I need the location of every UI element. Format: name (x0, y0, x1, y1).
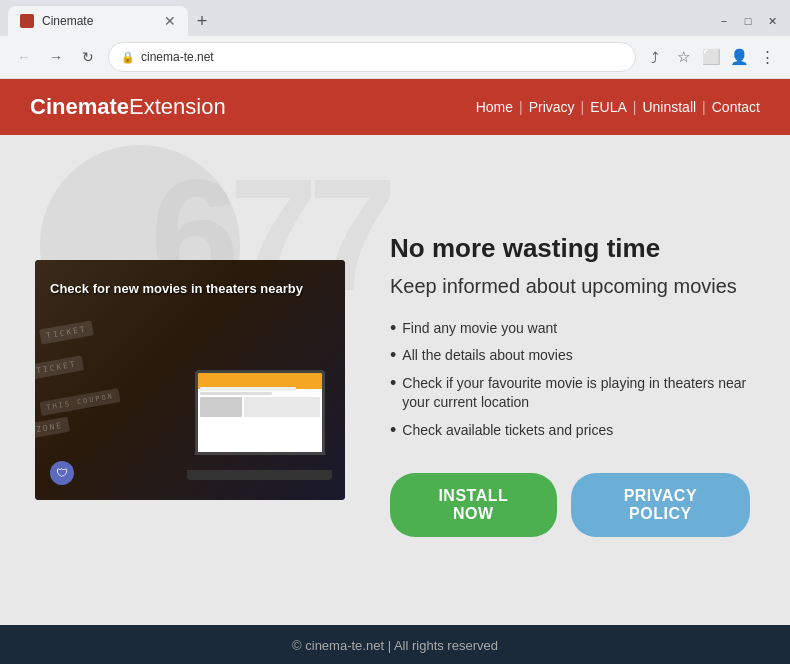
right-side: No more wasting time Keep informed about… (370, 135, 790, 625)
bullet-item-1: Find any movie you want (390, 319, 750, 339)
tab-favicon (20, 14, 34, 28)
bullet-item-2: All the details about movies (390, 346, 750, 366)
forward-button[interactable]: → (44, 45, 68, 69)
shield-icon: 🛡 (56, 466, 68, 480)
laptop-screen-content (198, 373, 322, 452)
site-footer: © cinema-te.net | All rights reserved (0, 625, 790, 664)
tab-title: Cinemate (42, 14, 93, 28)
headline: No more wasting time (390, 233, 750, 264)
browser-chrome: Cinemate ✕ + − □ ✕ ← → ↻ 🔒 cinema-te.net… (0, 0, 790, 79)
footer-text: © cinema-te.net | All rights reserved (292, 638, 498, 653)
logo-normal: Extension (129, 94, 226, 119)
laptop-image (195, 370, 345, 480)
title-bar: Cinemate ✕ + − □ ✕ (0, 0, 790, 36)
bookmark-icon[interactable]: ☆ (672, 46, 694, 68)
new-tab-button[interactable]: + (188, 7, 216, 35)
main-content: 677 TICKET TICKET THIS COUPON ZONE (0, 135, 790, 625)
nav-home[interactable]: Home (476, 99, 513, 115)
bullet-item-3: Check if your favourite movie is playing… (390, 374, 750, 413)
browser-tab[interactable]: Cinemate ✕ (8, 6, 188, 36)
menu-icon[interactable]: ⋮ (756, 46, 778, 68)
maximize-button[interactable]: □ (738, 11, 758, 31)
cta-buttons: INSTALL NOW PRIVACY POLICY (390, 473, 750, 537)
extensions-icon[interactable]: ⬜ (700, 46, 722, 68)
site-nav: CinemateExtension Home | Privacy | EULA … (0, 79, 790, 135)
profile-icon[interactable]: 👤 (728, 46, 750, 68)
address-bar-row: ← → ↻ 🔒 cinema-te.net ⤴ ☆ ⬜ 👤 ⋮ (0, 36, 790, 78)
hero-image-card: TICKET TICKET THIS COUPON ZONE (35, 260, 345, 500)
nav-uninstall[interactable]: Uninstall (642, 99, 696, 115)
laptop-base (187, 470, 332, 480)
nav-links: Home | Privacy | EULA | Uninstall | Cont… (476, 99, 760, 115)
bullet-item-4: Check available tickets and prices (390, 421, 750, 441)
left-side: TICKET TICKET THIS COUPON ZONE (0, 135, 370, 625)
bullet-list: Find any movie you want All the details … (390, 319, 750, 449)
subheadline: Keep informed about upcoming movies (390, 273, 750, 299)
close-button[interactable]: ✕ (762, 11, 782, 31)
reload-button[interactable]: ↻ (76, 45, 100, 69)
back-button[interactable]: ← (12, 45, 36, 69)
tab-close-button[interactable]: ✕ (164, 14, 176, 28)
nav-privacy[interactable]: Privacy (529, 99, 575, 115)
page-wrapper: CinemateExtension Home | Privacy | EULA … (0, 79, 790, 664)
lock-icon: 🔒 (121, 51, 135, 64)
nav-eula[interactable]: EULA (590, 99, 627, 115)
site-logo: CinemateExtension (30, 94, 226, 120)
laptop-screen (195, 370, 325, 455)
minimize-button[interactable]: − (714, 11, 734, 31)
share-icon[interactable]: ⤴ (644, 46, 666, 68)
url-text: cinema-te.net (141, 50, 214, 64)
privacy-policy-button[interactable]: PRIVACY POLICY (571, 473, 750, 537)
image-overlay-text: Check for new movies in theaters nearby (50, 280, 303, 298)
toolbar-icons: ⤴ ☆ ⬜ 👤 ⋮ (644, 46, 778, 68)
window-controls: − □ ✕ (714, 11, 782, 31)
logo-bold: Cinemate (30, 94, 129, 119)
image-badge: 🛡 (50, 461, 74, 485)
nav-contact[interactable]: Contact (712, 99, 760, 115)
address-bar[interactable]: 🔒 cinema-te.net (108, 42, 636, 72)
install-now-button[interactable]: INSTALL NOW (390, 473, 557, 537)
